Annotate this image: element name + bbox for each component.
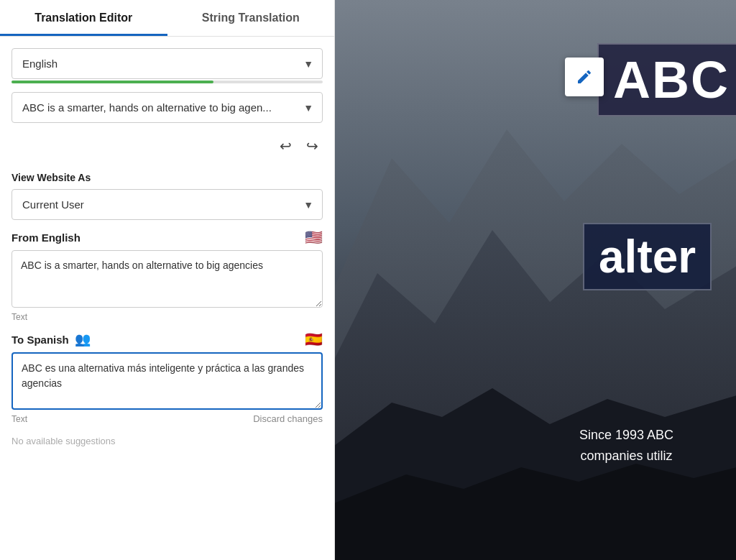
language-progress-bar (12, 81, 323, 83)
language-dropdown[interactable]: EnglishSpanishFrenchGermanItalian ▼ (12, 48, 323, 79)
people-icon: 👥 (75, 331, 91, 347)
from-text-area[interactable] (12, 250, 323, 308)
to-section: To Spanish 👥 🇪🇸 Text Discard changes (12, 331, 323, 424)
to-header-left: To Spanish 👥 (12, 331, 91, 347)
string-select-input[interactable]: ABC is a smarter, hands on alternative t… (12, 93, 322, 122)
to-flag: 🇪🇸 (305, 331, 323, 348)
undo-button[interactable]: ↩ (275, 134, 296, 157)
tab-bar: Translation Editor String Translation (0, 0, 334, 37)
right-panel: ABC alter Since 1993 ABC companies utili… (335, 0, 736, 560)
tab-string-translation[interactable]: String Translation (167, 0, 335, 36)
view-website-label: View Website As (12, 172, 323, 183)
from-flag: 🇺🇸 (305, 229, 323, 246)
redo-button[interactable]: ↪ (302, 134, 323, 157)
left-panel: Translation Editor String Translation En… (0, 0, 335, 560)
panel-content: EnglishSpanishFrenchGermanItalian ▼ ABC … (0, 37, 334, 560)
language-progress-fill (12, 81, 213, 83)
language-select-wrapper: EnglishSpanishFrenchGermanItalian ▼ (12, 48, 323, 83)
view-as-select-input[interactable]: Current UserGuestAdmin (12, 190, 322, 219)
from-label: From English (12, 231, 80, 244)
abc-text-overlay: ABC (597, 43, 736, 116)
edit-icon (576, 68, 593, 86)
alter-text-overlay: alter (583, 223, 712, 290)
to-footer-row: Text Discard changes (12, 413, 323, 424)
discard-changes-button[interactable]: Discard changes (253, 413, 323, 424)
view-as-dropdown[interactable]: Current UserGuestAdmin ▼ (12, 189, 323, 220)
bottom-overlay-text: Since 1993 ABC companies utiliz (579, 425, 673, 467)
tab-translation-editor[interactable]: Translation Editor (0, 0, 167, 36)
from-header-left: From English (12, 231, 80, 244)
string-dropdown[interactable]: ABC is a smarter, hands on alternative t… (12, 92, 323, 123)
no-suggestions-label: No available suggestions (12, 436, 323, 446)
to-label: To Spanish (12, 334, 69, 346)
from-section: From English 🇺🇸 Text (12, 229, 323, 322)
undo-redo-bar: ↩ ↪ (12, 132, 323, 160)
view-website-section: View Website As Current UserGuestAdmin ▼ (12, 169, 323, 220)
edit-overlay-button[interactable] (565, 58, 604, 96)
to-field-type: Text (12, 414, 27, 424)
from-header: From English 🇺🇸 (12, 229, 323, 246)
from-field-type: Text (12, 312, 323, 322)
to-header: To Spanish 👥 🇪🇸 (12, 331, 323, 348)
language-select-input[interactable]: EnglishSpanishFrenchGermanItalian (12, 49, 322, 78)
to-text-area[interactable] (12, 352, 323, 410)
